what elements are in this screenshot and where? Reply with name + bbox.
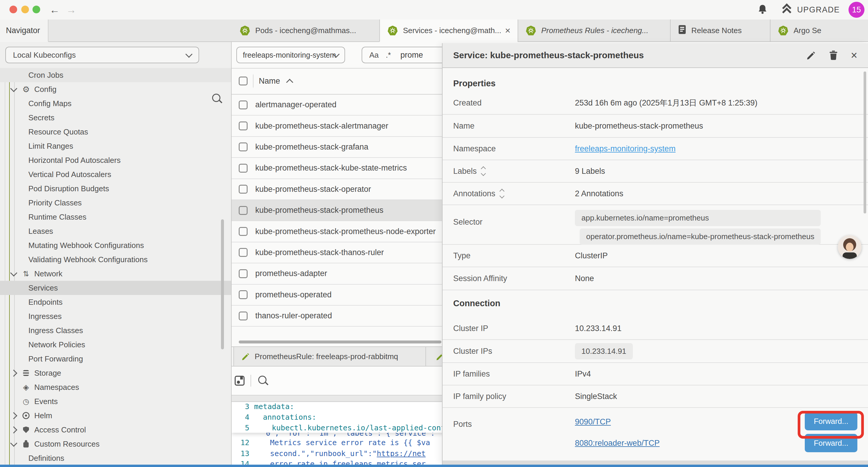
annotations-count[interactable]: 2 Annotations [575, 189, 623, 198]
edit-pencil-icon[interactable] [807, 51, 816, 60]
match-case-toggle[interactable]: Aa [369, 51, 379, 60]
window-close-button[interactable] [9, 6, 17, 13]
forward-button[interactable]: → [66, 2, 76, 17]
namespace-filter-select[interactable]: freeleaps-monitoring-system [236, 47, 345, 63]
row-checkbox[interactable] [239, 143, 248, 151]
notification-count-badge[interactable]: 15 [848, 2, 864, 18]
sidebar-item[interactable]: Resource Quotas [0, 125, 231, 139]
sidebar-item[interactable]: Custom Resources [0, 437, 231, 451]
kubernetes-icon [240, 26, 250, 35]
sidebar-item[interactable]: Network Policies [0, 338, 231, 352]
row-checkbox[interactable] [239, 227, 248, 236]
select-all-checkbox[interactable] [239, 77, 248, 85]
notifications-bell-icon[interactable] [757, 4, 768, 18]
line-number: 12 [234, 438, 249, 447]
toolbar-divider [251, 375, 251, 387]
upgrade-icon[interactable] [783, 5, 791, 14]
row-checkbox[interactable] [239, 164, 248, 173]
name-column-header[interactable]: Name [259, 77, 280, 86]
row-checkbox[interactable] [239, 206, 248, 215]
sidebar-item[interactable]: Validating Webhook Configurations [0, 253, 231, 267]
navigator-tab-label: Navigator [6, 26, 40, 35]
sidebar-item[interactable]: Helm [0, 408, 231, 423]
tab-pods[interactable]: Pods - icecheng@mathmas... [232, 20, 379, 42]
detail-horizontal-track [442, 461, 868, 465]
sidebar-item[interactable]: Definitions [0, 451, 231, 465]
close-panel-icon[interactable]: × [851, 51, 857, 60]
row-checkbox[interactable] [239, 248, 248, 257]
kubeconfig-selector[interactable]: Local Kubeconfigs [5, 47, 199, 63]
namespace-link[interactable]: freeleaps-monitoring-system [575, 144, 676, 153]
sidebar-item[interactable]: Priority Classes [0, 196, 231, 210]
sidebar-item[interactable]: Config Maps [0, 96, 231, 111]
sidebar-item[interactable]: Namespaces [0, 380, 231, 394]
labels-count[interactable]: 9 Labels [575, 167, 605, 176]
detail-row-namespace: Namespace freeleaps-monitoring-system [442, 138, 868, 160]
sidebar-item[interactable]: Runtime Classes [0, 210, 231, 224]
sidebar-item[interactable]: Pod Disruption Budgets [0, 181, 231, 196]
sidebar-item[interactable]: Network [0, 267, 231, 281]
sidebar-item[interactable]: Storage [0, 366, 231, 380]
back-button[interactable]: ← [50, 2, 60, 17]
row-checkbox[interactable] [239, 121, 248, 130]
tab-argo[interactable]: Argo Se [770, 20, 868, 42]
port-link-8080-reloader-web[interactable]: 8080:reloader-web/TCP [575, 439, 660, 448]
sidebar-item[interactable]: Vertical Pod Autoscalers [0, 167, 231, 181]
expander-icon[interactable] [482, 167, 485, 175]
row-checkbox[interactable] [239, 269, 248, 278]
upgrade-button[interactable]: UPGRADE [797, 5, 840, 14]
row-checkbox[interactable] [239, 185, 248, 194]
sidebar-item[interactable]: Config [0, 82, 231, 96]
annotation-highlight-box [798, 411, 864, 439]
row-checkbox[interactable] [239, 100, 248, 109]
name-value: kube-prometheus-stack-prometheus [575, 121, 703, 130]
sidebar-item-label: Definitions [28, 454, 64, 463]
window-zoom-button[interactable] [32, 6, 40, 13]
sidebar-item[interactable]: Secrets [0, 111, 231, 125]
save-button[interactable] [235, 376, 245, 386]
detail-scrollbar[interactable] [864, 71, 866, 213]
runbook-url-link[interactable]: https://net [377, 449, 426, 458]
tab-navigator[interactable]: Navigator [0, 20, 49, 42]
sidebar-item[interactable]: Events [0, 394, 231, 408]
detail-row-selector: Selector app.kubernetes.io/name=promethe… [442, 205, 868, 245]
sidebar-item[interactable]: Port Forwarding [0, 352, 231, 366]
sidebar-item[interactable]: Horizontal Pod Autoscalers [0, 153, 231, 167]
sidebar-item[interactable]: Services [0, 281, 231, 295]
row-checkbox[interactable] [239, 290, 248, 299]
regex-toggle[interactable]: .* [386, 51, 391, 60]
sidebar-item-label: Network [34, 269, 62, 279]
horizontal-scrollbar[interactable] [239, 341, 441, 344]
row-label: Type [442, 251, 575, 260]
sidebar-item[interactable]: Cron Jobs [0, 68, 231, 82]
line-number: 13 [234, 449, 249, 458]
cluster-ips-badge: 10.233.14.91 [575, 343, 633, 359]
sidebar-item[interactable]: Ingresses [0, 309, 231, 323]
delete-trash-icon[interactable] [829, 50, 838, 60]
assistant-avatar[interactable] [838, 235, 862, 259]
tab-services[interactable]: Services - icecheng@math... × [379, 20, 518, 42]
editor-tab-prometheusrule[interactable]: PrometheusRule: freeleaps-prod-rabbitmq [234, 347, 426, 366]
sidebar-item[interactable]: Mutating Webhook Configurations [0, 238, 231, 253]
window-minimize-button[interactable] [21, 6, 29, 13]
tab-release-notes[interactable]: Release Notes [670, 20, 770, 42]
sidebar-item[interactable]: Access Control [0, 423, 231, 437]
sidebar-item-label: Ingresses [28, 312, 62, 321]
sidebar-item[interactable]: Ingress Classes [0, 323, 231, 338]
service-name: prometheus-operated [255, 290, 332, 299]
editor-search-button[interactable] [258, 375, 267, 386]
port-link-9090[interactable]: 9090/TCP [575, 417, 611, 427]
close-tab-icon[interactable]: × [505, 26, 510, 35]
sidebar-item[interactable]: Limit Ranges [0, 139, 231, 153]
ip-family-policy-value: SingleStack [575, 392, 617, 401]
sidebar-item-label: Port Forwarding [28, 354, 83, 363]
tab-prometheus-rules[interactable]: Prometheus Rules - icecheng... [518, 20, 670, 42]
edit-pencil-icon [242, 352, 250, 360]
sidebar-item[interactable]: Leases [0, 224, 231, 238]
row-checkbox[interactable] [239, 312, 248, 320]
sidebar-item[interactable]: Endpoints [0, 295, 231, 309]
detail-row-ip-families: IP families IPv4 [442, 363, 868, 385]
sidebar-scrollbar[interactable] [221, 219, 224, 349]
expander-icon[interactable] [500, 189, 504, 198]
detail-row-name: Name kube-prometheus-stack-prometheus [442, 115, 868, 138]
